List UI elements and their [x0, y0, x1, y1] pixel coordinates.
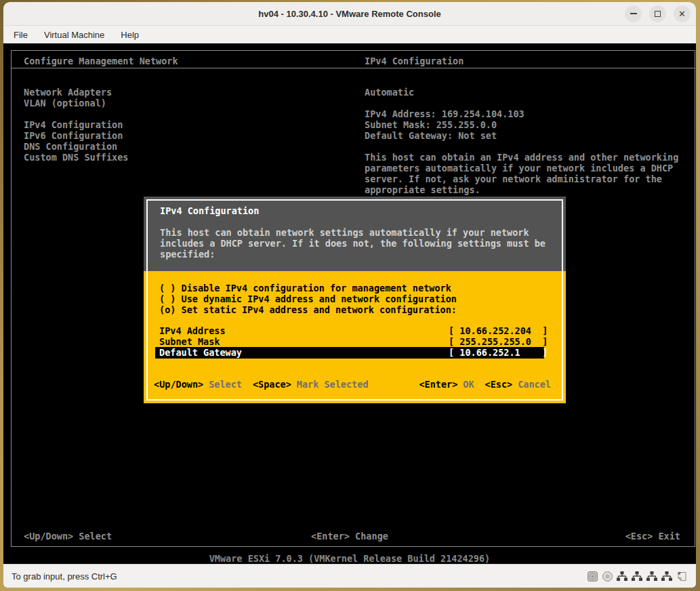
desktop-frame: hv04 - 10.30.4.10 - VMware Remote Consol…: [0, 0, 700, 591]
ipv4-description: This host can obtain an IPv4 address and…: [365, 152, 678, 195]
option-static-ipv4[interactable]: (o) Set static IPv4 address and network …: [159, 304, 457, 315]
dcui-page-title: Configure Management Network: [24, 56, 178, 66]
console-hint-exit: <Esc> Exit: [625, 531, 680, 542]
menu-item-dns-configuration[interactable]: DNS Configuration: [24, 141, 117, 152]
menu-help[interactable]: Help: [112, 28, 147, 42]
close-icon: ✕: [678, 9, 686, 18]
subnet-mask-line: Subnet Mask: 255.255.0.0: [365, 119, 497, 130]
hint-updown-label: Select: [209, 379, 242, 390]
minimize-button[interactable]: [625, 5, 642, 22]
hint-esc-key: <Esc>: [485, 379, 513, 390]
field-ipv4-address-label: IPv4 Address: [159, 325, 226, 336]
default-gateway-line: Default Gateway: Not set: [365, 130, 497, 141]
hard-disk-icon[interactable]: [586, 570, 598, 582]
menu-item-ipv4-configuration[interactable]: IPv4 Configuration: [24, 119, 123, 130]
menu-item-ipv6-configuration[interactable]: IPv6 Configuration: [24, 130, 123, 141]
dialog-hints-right: <Enter> OK <Esc> Cancel: [419, 379, 551, 390]
field-default-gateway-label: Default Gateway: [159, 347, 242, 358]
network-adapter-icon-2[interactable]: [631, 570, 643, 582]
console-hint-change: <Enter> Change: [3, 531, 696, 542]
field-subnet-mask[interactable]: Subnet Mask [ 255.255.255.0 ]: [155, 336, 544, 347]
network-adapter-icon-4[interactable]: [661, 570, 673, 582]
statusbar: To grab input, press Ctrl+G: [3, 564, 696, 588]
dialog-body-text: This host can obtain network settings au…: [160, 227, 545, 260]
maximize-button[interactable]: [649, 5, 666, 22]
hint-esc-cancel: <Esc> Cancel: [485, 379, 551, 390]
maximize-icon: [655, 11, 661, 17]
field-default-gateway[interactable]: Default Gateway [ 10.66.252.1 ]: [155, 347, 544, 359]
field-default-gateway-value[interactable]: [ 10.66.252.1 ]: [449, 347, 548, 358]
minimize-icon: [630, 13, 637, 14]
window-title: hv04 - 10.30.4.10 - VMware Remote Consol…: [258, 9, 441, 19]
grab-input-hint: To grab input, press Ctrl+G: [12, 571, 117, 582]
ipv4-configuration-dialog: IPv4 Configuration This host can obtain …: [144, 197, 566, 403]
esxi-version-text: VMware ESXi 7.0.3 (VMKernel Release Buil…: [3, 553, 696, 564]
ipv4-mode: Automatic: [365, 87, 414, 98]
close-button[interactable]: ✕: [674, 5, 691, 22]
dcui-header-divider: [11, 68, 695, 68]
dialog-title: IPv4 Configuration: [160, 205, 259, 216]
menu-item-custom-dns-suffixes[interactable]: Custom DNS Suffixes: [24, 152, 128, 163]
network-adapter-icon-3[interactable]: [646, 570, 658, 582]
hint-updown-key: <Up/Down>: [154, 379, 203, 390]
vmrc-window: hv04 - 10.30.4.10 - VMware Remote Consol…: [3, 2, 696, 588]
dialog-hints-left: <Up/Down> Select <Space> Mark Selected: [154, 379, 369, 390]
field-ipv4-address-value[interactable]: [ 10.66.252.204 ]: [449, 325, 548, 336]
field-ipv4-address[interactable]: IPv4 Address [ 10.66.252.204 ]: [155, 325, 544, 336]
field-subnet-mask-label: Subnet Mask: [159, 336, 220, 347]
notes-icon[interactable]: [676, 570, 688, 582]
hint-space-label: Mark Selected: [297, 379, 369, 390]
menu-file[interactable]: File: [5, 28, 36, 42]
hint-updown: <Up/Down> Select: [154, 379, 242, 390]
hint-space: <Space> Mark Selected: [253, 379, 369, 390]
option-disable-ipv4[interactable]: ( ) Disable IPv4 configuration for manag…: [159, 283, 451, 293]
field-subnet-mask-value[interactable]: [ 255.255.255.0 ]: [449, 336, 548, 347]
hint-enter-ok: <Enter> OK: [419, 379, 474, 390]
hint-esc-label: Cancel: [518, 379, 551, 390]
menu-virtual-machine[interactable]: Virtual Machine: [36, 28, 112, 42]
titlebar[interactable]: hv04 - 10.30.4.10 - VMware Remote Consol…: [3, 2, 696, 26]
menu-item-vlan[interactable]: VLAN (optional): [24, 98, 106, 108]
esxi-console[interactable]: Configure Management Network IPv4 Config…: [3, 43, 696, 564]
menu-item-network-adapters[interactable]: Network Adapters: [24, 87, 112, 98]
device-icons: [586, 565, 688, 588]
window-controls: ✕: [625, 2, 691, 25]
hint-enter-label: OK: [463, 379, 474, 390]
ipv4-address-line: IPv4 Address: 169.254.104.103: [365, 108, 524, 119]
option-dynamic-ipv4[interactable]: ( ) Use dynamic IPv4 address and network…: [159, 293, 457, 304]
hint-enter-key: <Enter>: [419, 379, 457, 390]
network-adapter-icon-1[interactable]: [616, 570, 628, 582]
hint-space-key: <Space>: [253, 379, 291, 390]
menubar: File Virtual Machine Help: [3, 26, 696, 43]
dcui-section-title: IPv4 Configuration: [365, 56, 464, 66]
cd-rom-icon[interactable]: [601, 570, 613, 582]
